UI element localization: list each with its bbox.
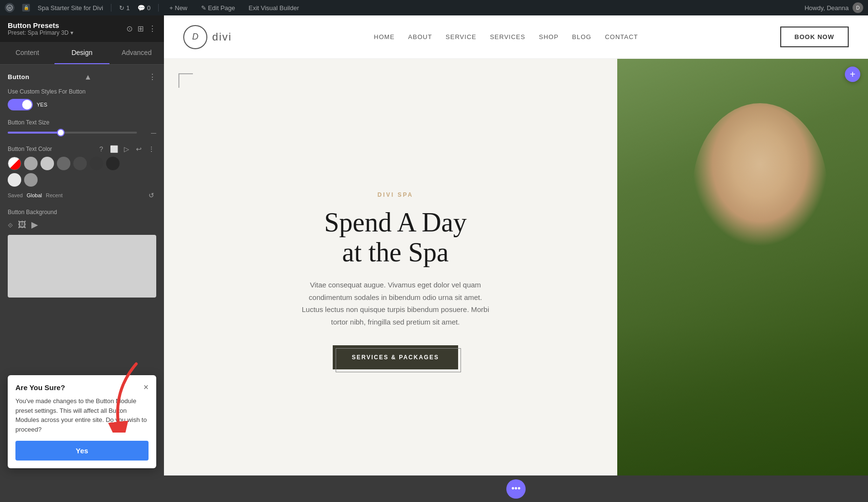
site-nav: D divi HOME ABOUT SERVICE SERVICES SHOP … [164,15,868,59]
hero-left: DIVI SPA Spend A Dayat the Spa Vitae con… [164,59,617,502]
sub-swatch-1[interactable] [8,173,21,187]
nav-service[interactable]: SERVICE [446,33,476,41]
sub-swatch-2[interactable] [24,173,38,187]
site-preview: D divi HOME ABOUT SERVICE SERVICES SHOP … [164,15,868,502]
corner-decoration [178,73,193,88]
color-mode-row: Saved Global Recent ↺ [8,190,156,200]
hero-overlay [617,59,868,502]
toggle-wrap: YES [8,99,156,110]
swatch-gray5[interactable] [90,157,103,170]
text-color-label: Button Text Color [8,146,52,152]
preset-title: Button Presets [8,21,73,29]
comment-icon: 💬 [137,4,145,12]
swatch-gray2[interactable] [41,157,54,170]
button-section-title: Button [8,73,29,81]
text-size-field: Button Text Size — [8,119,156,136]
button-preview-box [8,235,156,298]
comment-counter[interactable]: 💬 0 [137,4,150,12]
recent-tag[interactable]: Recent [46,192,63,198]
bg-field: Button Background ⟐ 🖼 ▶ [8,209,156,298]
site-icon: 🔒 [22,4,30,12]
custom-styles-label: Use Custom Styles For Button [8,88,156,95]
nav-blog[interactable]: BLOG [572,33,591,41]
text-size-slider[interactable] [8,132,137,134]
svg-text:W: W [8,6,12,10]
more-icon: ••• [512,484,521,494]
add-section-button[interactable]: + [845,67,860,82]
desktop-icon[interactable]: ⬜ [109,144,119,154]
more-options-icon[interactable]: ⋮ [147,144,156,154]
nav-services[interactable]: SERVICES [490,33,526,41]
confirm-close-button[interactable]: × [143,383,149,392]
button-section-header: Button ▲ ⋮ [8,72,156,81]
saved-tag[interactable]: Saved [8,192,23,198]
tablet-icon[interactable]: ▷ [122,144,131,154]
text-color-icons: ? ⬜ ▷ ↩ ⋮ [96,144,156,154]
hero-cta-button[interactable]: SERVICES & PACKAGES [333,345,459,369]
logo-letter: D [192,32,199,42]
new-button[interactable]: + New [166,0,190,15]
bottom-toolbar: ••• [164,475,868,502]
hero-tag: DIVI SPA [378,191,413,198]
bg-gradient-icon[interactable]: ⟐ [8,220,13,230]
nav-shop[interactable]: SHOP [539,33,558,41]
edit-page-button[interactable]: ✎ Edit Page [198,0,238,15]
reset-icon[interactable]: ↺ [147,190,156,200]
swatch-gray3[interactable] [57,157,70,170]
chevron-down-icon: ▾ [70,29,73,36]
custom-styles-toggle[interactable] [8,99,33,110]
sub-swatches [8,173,156,187]
update-icon: ↻ [119,4,124,12]
avatar[interactable]: D [853,2,863,13]
nav-contact[interactable]: CONTACT [605,33,638,41]
settings-icon[interactable]: ⊙ [126,24,133,33]
swatch-dark[interactable] [106,157,120,170]
site-name[interactable]: Spa Starter Site for Divi [38,4,103,12]
text-size-slider-row: — [8,130,156,136]
text-color-label-row: Button Text Color ? ⬜ ▷ ↩ ⋮ [8,144,156,154]
tab-advanced[interactable]: Advanced [109,42,164,64]
swatch-transparent[interactable] [8,157,21,170]
nav-home[interactable]: HOME [374,33,394,41]
swatch-gray4[interactable] [73,157,87,170]
hero-right: + [617,59,868,502]
sidebar-panel: Button Presets Preset: Spa Primary 3D ▾ … [0,15,164,502]
swatch-gray1[interactable] [24,157,38,170]
header-icons: ⊙ ⊞ ⋮ [126,24,156,33]
site-logo: D divi [183,25,232,49]
confirm-title: Are You Sure? [15,383,65,392]
section-more-icon[interactable]: ⋮ [149,72,156,81]
global-tag[interactable]: Global [27,192,42,198]
tab-design[interactable]: Design [54,42,109,64]
update-counter[interactable]: ↻ 1 [119,4,130,12]
text-size-label: Button Text Size [8,119,156,126]
tab-content[interactable]: Content [0,42,54,64]
confirm-yes-button[interactable]: Yes [15,441,149,461]
toggle-value: YES [37,102,47,108]
bg-image-icon[interactable]: 🖼 [18,220,27,230]
bg-video-icon[interactable]: ▶ [31,219,38,230]
slider-thumb[interactable] [57,129,65,136]
sidebar-tabs: Content Design Advanced [0,42,164,65]
text-color-field: Button Text Color ? ⬜ ▷ ↩ ⋮ [8,144,156,200]
wp-logo-icon[interactable]: W [5,3,14,13]
more-options-button[interactable]: ••• [506,479,526,499]
confirm-message: You've made changes to the Button Module… [15,396,149,434]
site-menu: HOME ABOUT SERVICE SERVICES SHOP BLOG CO… [374,33,638,41]
preset-sub[interactable]: Preset: Spa Primary 3D ▾ [8,29,73,36]
confirm-dialog: Are You Sure? × You've made changes to t… [8,375,156,468]
exit-builder-button[interactable]: Exit Visual Builder [246,0,302,15]
section-collapse-icon[interactable]: ▲ [84,73,92,81]
logo-name: divi [212,31,232,43]
nav-about[interactable]: ABOUT [408,33,432,41]
help-icon[interactable]: ? [96,144,106,154]
book-now-button[interactable]: BOOK NOW [780,27,849,47]
wp-admin-bar: W 🔒 Spa Starter Site for Divi ↻ 1 💬 0 + … [0,0,868,15]
sidebar-header: Button Presets Preset: Spa Primary 3D ▾ … [0,15,164,42]
split-icon[interactable]: ⊞ [137,24,144,33]
phone-icon[interactable]: ↩ [134,144,144,154]
divider [111,4,111,12]
hero-section: DIVI SPA Spend A Dayat the Spa Vitae con… [164,59,868,502]
more-icon[interactable]: ⋮ [149,24,156,33]
hero-title: Spend A Dayat the Spa [324,208,467,267]
